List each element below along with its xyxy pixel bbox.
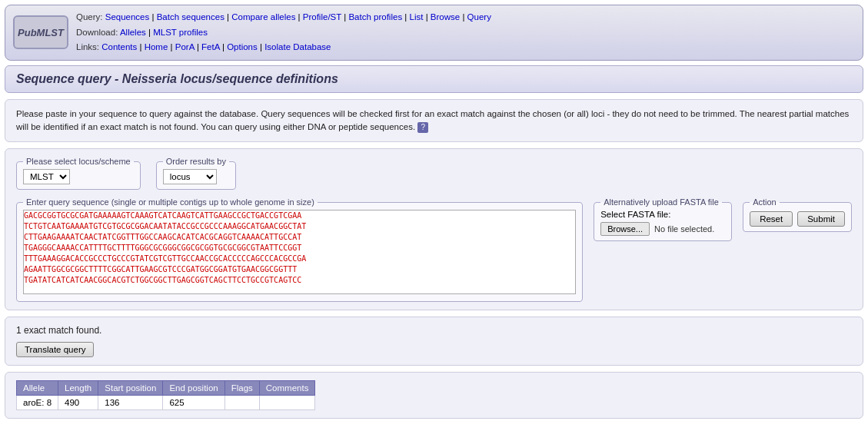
header: PubMLST Query: Sequences | Batch sequenc…: [5, 5, 863, 61]
title-section: Sequence query - Neisseria locus/sequenc…: [5, 65, 863, 93]
link-feta[interactable]: FetA: [201, 42, 220, 51]
header-links: Query: Sequences | Batch sequences | Com…: [76, 10, 491, 55]
link-batch-sequences[interactable]: Batch sequences: [157, 12, 224, 22]
results-table: Allele Length Start position End positio…: [16, 380, 315, 410]
link-list[interactable]: List: [410, 12, 424, 22]
form-main-row: Enter query sequence (single or multiple…: [16, 197, 852, 302]
link-alleles[interactable]: Alleles: [120, 28, 146, 37]
table-row: aroE: 8490136625: [17, 396, 315, 410]
translate-button[interactable]: Translate query: [16, 342, 94, 357]
description-section: Please paste in your sequence to query a…: [5, 99, 863, 143]
sequence-group: Enter query sequence (single or multiple…: [16, 197, 583, 302]
form-section: Please select locus/scheme MLST abcZ adk…: [5, 148, 863, 310]
result-text: 1 exact match found.: [16, 325, 852, 336]
link-batch-profiles[interactable]: Batch profiles: [348, 12, 402, 22]
link-compare-alleles[interactable]: Compare alleles: [231, 12, 295, 22]
sequence-textarea[interactable]: GACGCGGTGCGCGATGAAAAAGTCAAAGTCATCAAGTCAT…: [23, 210, 576, 294]
action-buttons: Reset Submit: [750, 211, 845, 227]
fasta-legend: Alternatively upload FASTA file: [600, 197, 722, 207]
locus-scheme-group: Please select locus/scheme MLST abcZ adk…: [16, 157, 141, 190]
download-links-row: Download: Alleles | MLST profiles: [76, 25, 491, 41]
page-title: Sequence query - Neisseria locus/sequenc…: [16, 72, 338, 85]
logo: PubMLST: [13, 15, 68, 49]
sequence-legend: Enter query sequence (single or multiple…: [23, 197, 318, 207]
link-mlst-profiles[interactable]: MLST profiles: [153, 28, 208, 37]
reset-button[interactable]: Reset: [750, 211, 793, 227]
link-sequences[interactable]: Sequences: [105, 12, 150, 22]
table-body: aroE: 8490136625: [17, 396, 315, 410]
cell-length: 490: [58, 396, 98, 410]
order-select[interactable]: locus position: [163, 169, 217, 184]
cell-end: 625: [163, 396, 224, 410]
link-isolate-database[interactable]: Isolate Database: [264, 42, 331, 51]
form-top-row: Please select locus/scheme MLST abcZ adk…: [16, 157, 852, 190]
description-text: Please paste in your sequence to query a…: [16, 109, 849, 131]
col-comments: Comments: [259, 381, 315, 396]
locus-legend: Please select locus/scheme: [23, 157, 134, 166]
no-file-text: No file selected.: [654, 224, 714, 234]
fasta-row: Browse... No file selected.: [600, 222, 725, 236]
cell-start: 136: [98, 396, 163, 410]
link-query[interactable]: Query: [467, 12, 491, 22]
link-browse[interactable]: Browse: [431, 12, 460, 22]
help-icon[interactable]: ?: [417, 122, 428, 133]
action-group: Action Reset Submit: [743, 197, 852, 232]
submit-button[interactable]: Submit: [797, 211, 845, 227]
main-content: Sequence query - Neisseria locus/sequenc…: [5, 65, 863, 419]
action-legend: Action: [750, 197, 780, 207]
fasta-label: Select FASTA file:: [600, 210, 725, 219]
link-pora[interactable]: PorA: [175, 42, 195, 51]
links-label: Links:: [76, 42, 99, 51]
order-results-group: Order results by locus position: [156, 157, 236, 190]
cell-comments: [259, 396, 315, 410]
col-start: Start position: [98, 381, 163, 396]
link-home[interactable]: Home: [145, 42, 168, 51]
cell-allele: aroE: 8: [17, 396, 58, 410]
col-end: End position: [163, 381, 224, 396]
cell-flags: [224, 396, 259, 410]
query-label: Query:: [76, 12, 103, 22]
results-section: 1 exact match found. Translate query: [5, 317, 863, 366]
col-length: Length: [58, 381, 98, 396]
table-section: Allele Length Start position End positio…: [5, 372, 863, 419]
link-profile-st[interactable]: Profile/ST: [303, 12, 341, 22]
locus-select[interactable]: MLST abcZ adk aroE fumC gdh pdhC pgm: [23, 169, 70, 184]
table-header-row: Allele Length Start position End positio…: [17, 381, 315, 396]
col-allele: Allele: [17, 381, 58, 396]
link-options[interactable]: Options: [227, 42, 258, 51]
link-contents[interactable]: Contents: [101, 42, 137, 51]
nav-links-row: Links: Contents | Home | PorA | FetA | O…: [76, 40, 491, 55]
browse-button[interactable]: Browse...: [600, 222, 650, 236]
fasta-upload-group: Alternatively upload FASTA file Select F…: [594, 197, 732, 241]
download-label: Download:: [76, 28, 118, 37]
order-legend: Order results by: [163, 157, 229, 166]
col-flags: Flags: [224, 381, 259, 396]
query-links-row: Query: Sequences | Batch sequences | Com…: [76, 10, 491, 25]
